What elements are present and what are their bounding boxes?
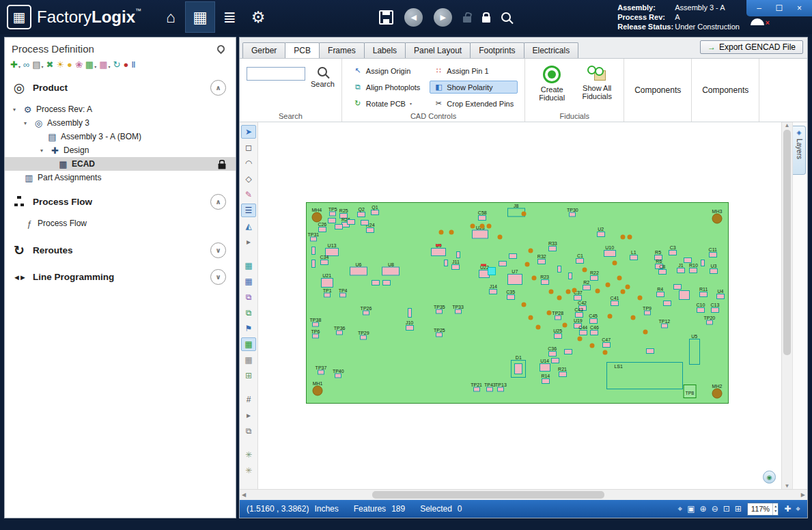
collapse-product-button[interactable]: ∧ [210,80,226,96]
pcb-component-mh3[interactable]: MH3 [712,214,722,224]
pcb-component[interactable] [663,301,671,306]
tree-item-process-rev[interactable]: ▾ ⚙ Process Rev: A [5,102,236,116]
pcb-pad[interactable] [497,235,502,240]
pcb-component[interactable] [551,358,559,363]
pcb-component-c37[interactable]: C37 [574,295,582,301]
pcb-component-c43[interactable]: C43 [575,312,583,318]
pcb-component[interactable] [509,253,517,259]
section-reroutes[interactable]: ↻ Reroutes ∨ [5,237,236,264]
bottom-layer-tool-icon[interactable]: ▦ [241,275,256,288]
pcb-component[interactable] [444,260,448,266]
pcb-component[interactable] [456,251,460,258]
pcb-component-u14[interactable]: U14 [540,363,550,372]
pcb-component-r10[interactable]: R10 [689,268,697,273]
pcb-component-tp20[interactable]: TP20 [706,320,713,324]
pcb-pad[interactable] [613,261,617,266]
tab-electricals[interactable]: Electricals [524,42,579,58]
pcb-component[interactable] [335,224,343,229]
section-line-programming[interactable]: ◄► Line Programming ∨ [5,264,236,290]
export-gencad-button[interactable]: → Export GENCAD File [700,40,803,54]
rectangle-select-tool-icon[interactable]: ◻ [241,141,256,154]
pcb-component[interactable] [361,220,369,225]
align-photoplots-button[interactable]: ⧉Align Photoplots [349,81,425,94]
pcb-component-c26[interactable]: C26 [318,227,326,232]
fiducial-b-tool-icon[interactable]: ✳ [241,464,256,477]
pcb-component-r14[interactable]: R14 [542,378,550,384]
show-polarity-button[interactable]: ◧Show Polarity [430,81,518,94]
pads-view-tool-icon[interactable]: ▦ [241,353,256,367]
close-button[interactable]: × [792,3,807,13]
pcb-pad[interactable] [630,316,635,320]
expand-more-arrow-icon[interactable]: ▸ [241,408,256,422]
pcb-component-tp8[interactable]: TP8 [683,385,696,398]
scroll-right-arrow-icon[interactable]: ▶ [801,492,805,498]
pcb-component-c41[interactable]: C41 [611,301,619,306]
pcb-pad[interactable] [528,249,533,253]
pcb-pad[interactable] [521,302,526,307]
pcb-component-r22[interactable]: R22 [590,275,598,281]
pcb-component-u6[interactable]: U6 [350,267,367,276]
zoom-out-icon[interactable]: ⊖ [712,504,718,514]
tree-item-part-assignments[interactable]: ▥ Part Assignments [5,171,236,184]
expand-line-programming-button[interactable]: ∨ [210,269,226,285]
collapse-process-flow-button[interactable]: ∧ [210,194,226,210]
forward-button[interactable]: ▶ [434,8,452,27]
dual-grid-tool-icon[interactable]: ⊞ [241,369,256,382]
pcb-component-c8[interactable]: C8 [658,269,667,275]
pcb-component-j1[interactable]: J1 [677,268,685,273]
pcb-component-r11[interactable]: R11 [699,292,708,297]
top-layer-tool-icon[interactable]: ▦ [241,259,256,273]
add-button[interactable]: ✚▾ [10,60,20,69]
pcb-component-u5[interactable]: U5 [689,339,700,365]
pcb-component-u2[interactable]: U2 [597,232,605,237]
tab-pcb[interactable]: PCB [285,42,320,58]
pcb-component-tp5[interactable]: TP5 [329,212,336,217]
polygon-select-tool-icon[interactable]: ◇ [241,172,256,186]
expander-icon[interactable]: ▾ [13,107,19,113]
pcb-component-tp29[interactable]: TP29 [360,335,367,340]
pcb-component-tp9[interactable]: TP9 [644,310,651,315]
pcb-component-tp33[interactable]: TP33 [455,309,462,314]
zoom-fit-icon[interactable]: ⊞ [735,504,742,514]
pcb-pad[interactable] [536,324,541,329]
scroll-left-arrow-icon[interactable]: ◀ [242,492,246,498]
pcb-component[interactable] [372,280,380,285]
data-stack-button[interactable]: ≣ [215,2,244,32]
pcb-component-r23[interactable]: R23 [541,279,549,285]
pcb-component-c45[interactable]: C45 [589,318,598,324]
pcb-component-r2[interactable]: R2 [583,285,591,290]
tab-labels[interactable]: Labels [364,42,406,58]
pcb-component-u7[interactable]: U7 [507,274,522,285]
pcb-component[interactable] [408,308,412,318]
horizontal-scroll-thumb[interactable] [372,491,604,499]
pcb-component-u25[interactable]: U25 [554,333,562,339]
pcb-component-j14[interactable]: J14 [489,289,497,294]
tab-frames[interactable]: Frames [319,42,365,58]
pcb-component[interactable] [382,280,391,285]
pcb-pad[interactable] [439,230,444,235]
section-product[interactable]: ◎ Product ∧ [5,74,236,101]
expander-icon[interactable]: ▾ [24,120,30,126]
pcb-pad[interactable] [528,316,533,320]
pcb-component-c44[interactable]: C44 [579,330,587,335]
pcb-component-tp36[interactable]: TP36 [336,331,343,335]
pcb-component-c3[interactable]: C3 [669,250,677,255]
pcb-pad[interactable] [625,285,630,290]
prism-view-tool-icon[interactable]: ◭ [241,219,256,233]
layer-stack-tool-icon[interactable]: ⧉ [241,290,256,304]
idea-button[interactable]: ☀ [56,60,64,69]
pcb-component-tp35[interactable]: TP35 [436,309,443,314]
pcb-pad[interactable] [638,295,643,300]
pcb-pad[interactable] [617,276,621,281]
expand-tools-arrow-icon[interactable]: ▸ [241,235,256,249]
pcb-component-mh4[interactable]: MH4 [311,212,322,223]
pcb-pad[interactable] [557,296,561,301]
pcb-pad[interactable] [583,268,587,273]
pcb-pad[interactable] [521,212,526,217]
pcb-pad[interactable] [620,235,625,240]
assign-origin-button[interactable]: ↖Assign Origin [349,64,425,77]
pcb-board[interactable]: MH4MH3MH1MH2TP5R25Q2Q1C26R24R26TP31U13C3… [306,202,729,404]
flower-button[interactable]: ❀ [75,60,83,69]
pcb-pad[interactable] [577,336,582,341]
vertical-scroll-thumb[interactable] [783,130,791,355]
